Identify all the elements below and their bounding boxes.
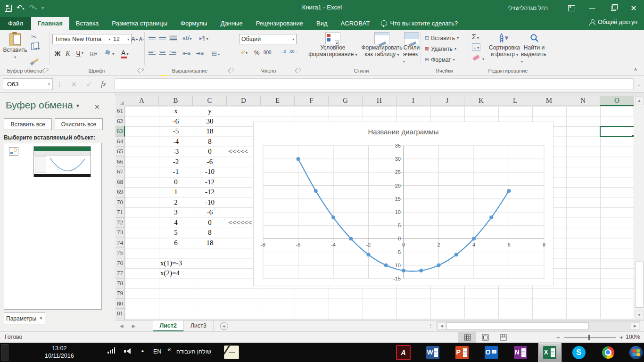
column-header-N[interactable]: N [566,96,600,106]
column-header-O[interactable]: O [600,96,634,106]
increase-indent-icon[interactable]: ⇥≡ [196,50,204,57]
fill-color-icon[interactable]: ▾ [105,50,114,57]
copy-icon[interactable]: ▾ [31,43,40,51]
pane-close-icon[interactable]: ✕ [94,103,100,111]
sheet-tab-лист3[interactable]: Лист3 [184,321,214,331]
zoom-level[interactable]: 100% [626,334,640,340]
sheet-nav-left-icon[interactable]: ◀ [116,323,128,329]
sheet-tab-лист2[interactable]: Лист2 [153,321,183,331]
tab-вставка[interactable]: Вставка [69,17,105,30]
show-desktop-button[interactable] [1,344,8,361]
volume-icon[interactable] [126,348,131,354]
find-select-button[interactable]: Найти и выделить ▾ [521,30,547,65]
cell-B64[interactable]: -4 [159,137,193,147]
normal-view-icon[interactable] [458,332,476,343]
insert-function-icon[interactable]: fx [101,81,106,88]
conditional-formatting-button[interactable]: ≠ Условное форматирование ▾ [307,30,359,58]
clear-all-button[interactable]: Очистить все [55,118,103,130]
cell-B61[interactable]: x [159,106,193,116]
cut-icon[interactable]: ✂ [31,33,37,41]
zoom-out-icon[interactable]: − [556,334,560,341]
tab-acrobat[interactable]: ACROBAT [334,17,377,30]
row-header-72[interactable]: 72 [116,218,125,228]
cell-B62[interactable]: -6 [159,116,193,127]
horizontal-scrollbar[interactable]: ◀ ▶ [437,321,640,330]
sort-filter-button[interactable]: АЯ▼ Сортировка и фильтр ▾ [489,30,520,58]
pane-dropdown-icon[interactable]: ▼ [75,103,80,108]
row-header-65[interactable]: 65 [116,147,125,157]
row-header-73[interactable]: 73 [116,228,125,238]
tell-me-box[interactable]: Что вы хотите сделать? [376,17,462,30]
taskbar-clock[interactable]: 13:02 10/11/2016 [45,345,74,360]
decrease-decimal-icon[interactable]: .00→ [289,49,298,54]
row-header-74[interactable]: 74 [116,238,125,248]
hidden-icons-arrow[interactable]: ▲ [140,348,145,353]
ribbon-display-options-button[interactable] [561,0,582,16]
fill-down-icon[interactable]: ↓ ▾ [472,43,480,51]
select-all-corner[interactable] [116,96,125,107]
accounting-format-icon[interactable]: 🜚▾ [240,49,248,56]
pane-options-button[interactable]: Параметры▼ [4,313,45,324]
column-header-M[interactable]: M [532,96,566,106]
column-header-F[interactable]: F [295,96,329,106]
journal-pen-icon[interactable] [224,346,239,359]
confirm-entry-icon[interactable]: ✓ [86,81,92,88]
cell-C63[interactable]: 18 [193,126,227,137]
row-header-63[interactable]: 63 [116,126,125,137]
zoom-in-icon[interactable]: + [619,334,623,341]
close-button[interactable]: ✕ [623,0,644,16]
column-header-J[interactable]: J [430,96,464,106]
column-header-B[interactable]: B [159,96,193,106]
tab-вид[interactable]: Вид [310,17,334,30]
cell-C66[interactable]: -6 [193,157,227,167]
taskbar-app-windows-icon[interactable] [628,345,643,360]
column-header-L[interactable]: L [498,96,532,106]
scroll-down-icon[interactable]: ▼ [635,311,644,320]
align-top-icon[interactable] [149,35,156,40]
tab-file[interactable]: Файл [0,17,31,30]
cell-B73[interactable]: 5 [159,228,193,238]
cancel-entry-icon[interactable]: ✕ [71,81,77,88]
row-header-78[interactable]: 78 [116,279,125,289]
cell-styles-button[interactable]: Стили ячеек ▾ [403,30,420,65]
cell-B69[interactable]: 1 [159,187,193,197]
column-header-H[interactable]: H [363,96,396,106]
cell-C73[interactable]: 8 [193,228,227,238]
comma-style-icon[interactable]: 000 [264,50,272,55]
page-layout-view-icon[interactable] [476,332,494,343]
taskbar-app-acrobat-icon[interactable]: A [396,345,411,360]
tab-главная[interactable]: Главная [31,17,69,30]
cell-C71[interactable]: -6 [193,207,227,218]
delete-cells-button[interactable]: ⊠Удалить▾ [425,44,456,53]
cell-D65[interactable]: <<<<< [227,147,248,157]
cell-C61[interactable]: y [193,106,227,116]
font-color-icon[interactable]: А ▾ [121,49,129,57]
column-header-A[interactable]: A [125,96,159,106]
cell-D72[interactable]: <<<<<< [227,218,252,228]
paste-button[interactable]: Вставить ▾ [2,30,28,60]
underline-dropdown[interactable]: ▾ [82,51,83,55]
row-header-62[interactable]: 62 [116,116,125,127]
format-cells-button[interactable]: ⊞Формат▾ [425,55,455,64]
pane-split-handle[interactable]: ⁞ [430,323,432,329]
align-center-icon[interactable] [159,50,166,55]
collapse-ribbon-icon[interactable]: ∧ [634,66,637,73]
tab-данные[interactable]: Данные [214,17,249,30]
cell-B70[interactable]: 2 [159,197,193,208]
orientation-icon[interactable]: ab̸ ▾ [182,35,192,41]
taskbar-app-outlook-icon[interactable]: O✓ [484,345,498,360]
vertical-scroll-thumb[interactable] [635,262,644,308]
insert-cells-button[interactable]: ⊟Вставить▾ [425,33,459,42]
paste-all-button[interactable]: Вставить все [4,118,52,130]
cell-B72[interactable]: 4 [159,218,193,228]
align-bottom-icon[interactable] [169,35,177,41]
column-header-G[interactable]: G [329,96,363,106]
align-middle-icon[interactable] [159,35,166,40]
zoom-slider[interactable] [564,337,616,338]
row-header-67[interactable]: 67 [116,167,125,177]
collapse-chevron[interactable]: « [167,346,171,353]
cell-C68[interactable]: -12 [193,177,227,188]
format-painter-icon[interactable] [33,57,39,63]
bold-button[interactable]: Ж [53,49,62,58]
column-header-C[interactable]: C [193,96,227,106]
